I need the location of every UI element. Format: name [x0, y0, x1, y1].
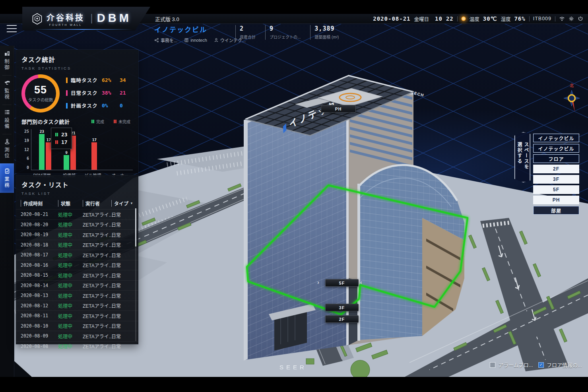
- checkbox-floor-info[interactable]: ✓: [538, 362, 544, 368]
- clock-hour: 10: [435, 16, 442, 22]
- space-button-7[interactable]: 部屋: [533, 206, 579, 215]
- space-button-3[interactable]: 2F: [533, 165, 579, 173]
- sidebar-item-monitor[interactable]: 監視: [0, 75, 14, 105]
- rotate-left-arrow-icon[interactable]: ›: [317, 279, 319, 285]
- bar-value-label: 17: [47, 138, 51, 142]
- brand-name: 介谷科技: [47, 12, 85, 23]
- floor-pin-ph[interactable]: PH: [321, 105, 356, 113]
- date-label: 2020-08-21: [373, 16, 410, 22]
- building-name[interactable]: イノテックビル: [154, 24, 246, 34]
- cell-status: 処理中: [58, 343, 83, 349]
- table-row[interactable]: 2020-08-16処理中ZETAアライ...日常: [16, 260, 138, 270]
- building-stat: 3,389建築面積 (m²): [310, 25, 339, 40]
- rotate-right-arrow-icon[interactable]: ‹: [360, 279, 362, 285]
- cell-status: 処理中: [58, 282, 83, 289]
- brand-divider: |: [90, 12, 93, 24]
- cell-executor: ZETAアライ...: [83, 282, 111, 289]
- space-selector-badge: スペースを選択する: [514, 132, 530, 182]
- toggle-floor-info[interactable]: ✓ フロア情報の...: [538, 361, 582, 369]
- task-list-subtitle: TASK LIST: [21, 191, 133, 196]
- tooltip-row: 17: [55, 139, 68, 145]
- table-row[interactable]: 2020-08-21処理中ZETAアライ...日常: [16, 209, 138, 219]
- space-button-0[interactable]: イノテックビル: [533, 134, 579, 142]
- table-row[interactable]: 2020-08-17処理中ZETAアライ...日常: [16, 250, 138, 260]
- cell-date: 2020-08-08: [21, 343, 58, 349]
- sidebar-item-equipment[interactable]: 設備: [0, 105, 14, 134]
- toggle-alarm[interactable]: アラームプロ...: [490, 361, 533, 369]
- sidebar-item-control[interactable]: 制御: [0, 46, 14, 75]
- task-list-header: 作成時刻状態実行者タイプ▼: [16, 200, 138, 207]
- legend-chip-icon: [66, 103, 68, 109]
- donut-legend-row: 臨時タスク62%34: [66, 76, 133, 84]
- table-row[interactable]: 2020-08-08処理中ZETAアライ...日常: [16, 341, 138, 351]
- space-button-2[interactable]: フロア: [533, 154, 579, 163]
- space-button-6[interactable]: PH: [533, 196, 579, 204]
- task-statistics-panel: タスク統計 TASK STATISTICS 55 タスクの総数 臨時タスク62%…: [16, 50, 138, 173]
- table-row[interactable]: 2020-08-20処理中ZETAアライ...日常: [16, 219, 138, 230]
- cell-date: 2020-08-14: [21, 283, 58, 288]
- table-row[interactable]: 2020-08-10処理中ZETAアライ...日常: [16, 321, 138, 331]
- cell-executor: ZETAアライ...: [83, 262, 111, 268]
- sidebar-item-positioning[interactable]: 測位: [0, 134, 14, 163]
- table-row[interactable]: 2020-08-14処理中ZETAアライ...日常: [16, 280, 138, 291]
- table-row[interactable]: 2020-08-13処理中ZETAアライ...日常: [16, 290, 138, 301]
- task-list-title: タスク・リスト: [21, 180, 133, 189]
- weather-sun-icon: [461, 16, 466, 21]
- column-header-sortable[interactable]: タイプ▼: [111, 200, 134, 207]
- space-button-1[interactable]: イノテックビル: [533, 144, 579, 153]
- bar-value-label: 17: [92, 138, 97, 142]
- cell-status: 処理中: [58, 221, 83, 228]
- legend-label: 日常タスク: [71, 89, 102, 97]
- column-header-static: 実行者: [83, 200, 111, 207]
- checkbox-alarm[interactable]: [490, 362, 495, 368]
- column-label: 作成時刻: [23, 200, 43, 207]
- table-row[interactable]: 2020-08-15処理中ZETAアライ...日常: [16, 270, 138, 280]
- cell-type: 日常: [111, 302, 134, 309]
- building-icon: [184, 38, 189, 43]
- space-button-4[interactable]: 3F: [533, 175, 579, 184]
- cell-status: 処理中: [58, 262, 83, 268]
- table-row[interactable]: 2020-08-12処理中ZETAアライ...日常: [16, 301, 138, 311]
- bar-chart-plot: 231792117: [31, 129, 133, 170]
- floor-pin-2f[interactable]: 2F: [325, 315, 359, 323]
- bar-rect: [64, 155, 69, 170]
- space-button-5[interactable]: 5F: [533, 185, 579, 194]
- cell-status: 処理中: [58, 312, 83, 319]
- task-list-scrollbar[interactable]: [135, 208, 136, 341]
- compass[interactable]: 北: [561, 81, 582, 116]
- cell-status: 処理中: [58, 241, 83, 248]
- cell-date: 2020-08-09: [21, 333, 58, 339]
- brand-logo: 介谷科技 FOURTH WALL | DBM: [22, 7, 150, 31]
- column-label: 状態: [61, 200, 70, 207]
- building-stat: 9プロジェクトの...: [265, 25, 301, 40]
- cell-type: 日常: [111, 221, 134, 228]
- cell-date: 2020-08-19: [21, 232, 58, 237]
- building-link-label: innotech: [190, 38, 207, 43]
- task-stats-title: タスク統計: [21, 54, 133, 64]
- floor-pin-3f[interactable]: 3F: [325, 304, 359, 311]
- divider: [457, 16, 458, 21]
- status-cluster: 2020-08-21 金曜日 10 22 温度 30℃ 湿度 76% ITB00…: [373, 14, 583, 23]
- wifi-icon[interactable]: [559, 16, 565, 22]
- bar-group: 17: [82, 129, 107, 170]
- table-row[interactable]: 2020-08-19処理中ZETAアライ...日常: [16, 229, 138, 240]
- tooltip-row: 23: [55, 132, 68, 138]
- building-link[interactable]: 事務を...: [154, 37, 177, 43]
- sort-desc-icon[interactable]: ▼: [130, 202, 133, 205]
- menu-hamburger-icon[interactable]: [7, 25, 18, 32]
- gear-icon[interactable]: [569, 16, 574, 21]
- tooltip-value: 17: [61, 139, 68, 145]
- control-icon: [4, 50, 10, 56]
- table-row[interactable]: 2020-08-09処理中ZETAアライ...日常: [16, 331, 138, 341]
- cell-type: 日常: [111, 211, 134, 218]
- building-link[interactable]: innotech: [184, 37, 207, 43]
- cell-executor: ZETAアライ...: [83, 252, 111, 258]
- table-row[interactable]: 2020-08-18処理中ZETAアライ...日常: [16, 240, 138, 250]
- bar-chart-y-axis: 25191260: [21, 129, 31, 170]
- table-row[interactable]: 2020-08-11処理中ZETAアライ...日常: [16, 310, 138, 321]
- task-total: 55: [34, 85, 47, 95]
- power-icon[interactable]: [578, 16, 583, 21]
- sidebar-item-business[interactable]: 業務: [0, 163, 14, 193]
- floor-pin-5f[interactable]: 5F: [325, 279, 359, 287]
- column-header-static: 作成時刻: [21, 200, 58, 207]
